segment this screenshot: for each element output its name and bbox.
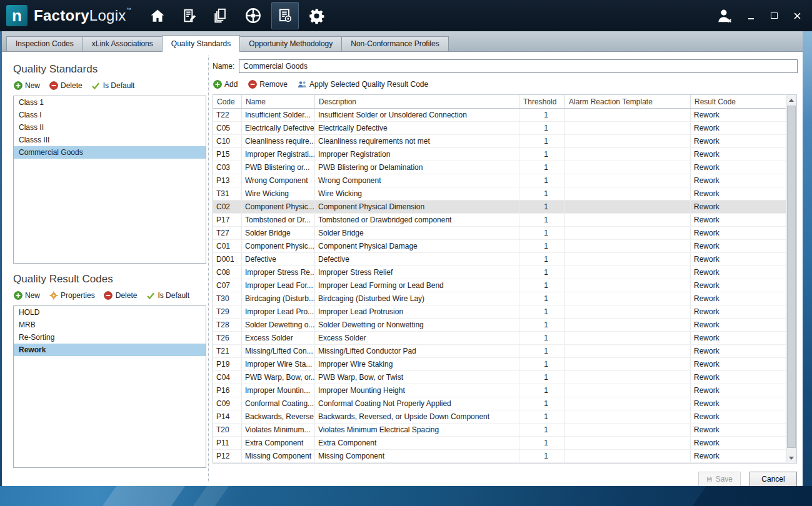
cell: Rework xyxy=(691,397,786,410)
table-row-c09[interactable]: C09Conformal Coating...Conformal Coating… xyxy=(213,397,796,410)
toolbar-button-properties[interactable]: Properties xyxy=(49,291,95,300)
scroll-down-button[interactable] xyxy=(786,453,796,463)
column-header-name[interactable]: Name xyxy=(242,95,315,108)
toolbar-label: Properties xyxy=(61,291,95,300)
delete-icon xyxy=(104,291,113,300)
table-row-p17[interactable]: P17Tombstoned or Dr...Tombstoned or Draw… xyxy=(213,214,796,227)
table-row-d001[interactable]: D001DefectiveDefective1Rework xyxy=(213,253,796,266)
table-row-c10[interactable]: C10Cleanliness require...Cleanliness req… xyxy=(213,135,796,148)
column-header-description[interactable]: Description xyxy=(315,95,519,108)
toolbar-button-new[interactable]: New xyxy=(13,291,40,300)
toolbar-button-new[interactable]: New xyxy=(13,81,40,91)
cell: Conformal Coating Not Properly Applied xyxy=(315,397,519,410)
list-item-commercial-goods[interactable]: Commercial Goods xyxy=(14,146,206,159)
app-title: FactoryLogix™ xyxy=(34,7,131,24)
close-button[interactable] xyxy=(788,7,806,24)
tab-quality-standards[interactable]: Quality Standards xyxy=(162,35,240,52)
cell xyxy=(565,319,691,331)
cell xyxy=(565,332,691,344)
nav-button-gear[interactable] xyxy=(303,2,331,29)
nav-button-wheel[interactable] xyxy=(239,2,267,29)
cell: 1 xyxy=(519,187,565,200)
table-row-p16[interactable]: P16Improper Mountin...Improper Mounting … xyxy=(213,384,796,397)
table-row-t21[interactable]: T21Missing/Lifted Con...Missing/Lifted C… xyxy=(213,345,796,358)
cell xyxy=(565,450,691,462)
toolbar-button-delete[interactable]: Delete xyxy=(49,81,83,91)
table-row-p15[interactable]: P15Improper Registrati...Improper Regist… xyxy=(213,148,796,161)
column-header-alarm-reaction-template[interactable]: Alarm Reaction Template xyxy=(565,95,691,108)
table-row-t20[interactable]: T20Violates Minimum...Violates Minimum E… xyxy=(213,424,796,437)
table-row-t29[interactable]: T29Improper Lead Pro...Improper Lead Pro… xyxy=(213,305,796,319)
table-row-p14[interactable]: P14Backwards, Reverse...Backwards, Rever… xyxy=(213,410,796,424)
cell: Insufficient Solder or Unsoldered Connec… xyxy=(315,109,519,121)
nav-button-document-edit[interactable] xyxy=(176,2,203,29)
table-row-c07[interactable]: C07Improper Lead For...Improper Lead For… xyxy=(213,279,796,292)
window-controls xyxy=(713,7,806,24)
cell: PWB Warp, Bow, or Twist xyxy=(315,371,519,384)
toolbar-button-apply-selected-quality-result-code[interactable]: Apply Selected Quality Result Code xyxy=(298,80,428,89)
maximize-button[interactable] xyxy=(765,7,783,24)
cell: 1 xyxy=(519,358,565,370)
table-row-c02[interactable]: C02Component Physic...Component Physical… xyxy=(213,201,796,214)
table-row-c05[interactable]: C05Electrically DefectiveElectrically De… xyxy=(213,122,796,135)
table-row-t22[interactable]: T22Insufficient Solder...Insufficient So… xyxy=(213,109,796,122)
table-row-p12[interactable]: P12Missing ComponentMissing Component1Re… xyxy=(213,450,796,463)
tab-non-conformance-profiles[interactable]: Non-Conformance Profiles xyxy=(341,36,448,51)
cell: Excess Solder xyxy=(242,332,315,344)
list-item-mrb[interactable]: MRB xyxy=(14,319,206,331)
tab-opportunity-methodology[interactable]: Opportunity Methodology xyxy=(239,36,342,51)
table-row-c04[interactable]: C04PWB Warp, Bow, or...PWB Warp, Bow, or… xyxy=(213,371,796,384)
list-item-re-sorting[interactable]: Re-Sorting xyxy=(14,331,206,344)
cell xyxy=(565,148,691,161)
minimize-button[interactable] xyxy=(742,7,759,24)
table-row-t26[interactable]: T26Excess SolderExcess Solder1Rework xyxy=(213,332,796,345)
column-header-result-code[interactable]: Result Code xyxy=(691,95,786,108)
cell xyxy=(565,109,691,121)
list-item-classs-iii[interactable]: Classs III xyxy=(14,134,206,146)
save-button[interactable]: Save xyxy=(698,472,741,487)
cell xyxy=(565,187,691,200)
scroll-up-button[interactable] xyxy=(786,95,796,105)
column-header-code[interactable]: Code xyxy=(213,95,242,108)
cell: C04 xyxy=(213,371,242,384)
toolbar-label: Apply Selected Quality Result Code xyxy=(309,80,428,89)
user-icon[interactable] xyxy=(713,7,736,24)
toolbar-button-is-default[interactable]: Is Default xyxy=(146,291,189,300)
toolbar-button-is-default[interactable]: Is Default xyxy=(91,81,135,91)
list-item-rework[interactable]: Rework xyxy=(14,344,206,356)
cell: Improper Lead Pro... xyxy=(242,305,315,318)
cell: Cleanliness require... xyxy=(242,135,315,147)
nav-button-documents-stack[interactable] xyxy=(208,2,235,29)
table-row-c03[interactable]: C03PWB Blistering or...PWB Blistering or… xyxy=(213,161,796,174)
table-row-t30[interactable]: T30Birdcaging (Disturb...Birdcaging (Dis… xyxy=(213,292,796,305)
list-item-class-ii[interactable]: Class II xyxy=(14,121,206,134)
table-row-t28[interactable]: T28Solder Dewetting o...Solder Dewetting… xyxy=(213,319,796,332)
table-row-c08[interactable]: C08Improper Stress Re...Improper Stress … xyxy=(213,266,796,279)
toolbar-button-add[interactable]: Add xyxy=(213,80,238,89)
vertical-scrollbar[interactable] xyxy=(786,95,796,463)
table-row-t27[interactable]: T27Solder BridgeSolder Bridge1Rework xyxy=(213,227,796,240)
table-row-c01[interactable]: C01Component Physic...Component Physical… xyxy=(213,240,796,253)
list-item-class-i[interactable]: Class I xyxy=(14,109,206,121)
list-item-class-1[interactable]: Class 1 xyxy=(14,96,206,109)
tab-xlink-associations[interactable]: xLink Associations xyxy=(83,36,163,51)
tab-inspection-codes[interactable]: Inspection Codes xyxy=(6,36,83,51)
standards-toolbar: NewDeleteIs Default xyxy=(13,79,206,92)
cell: C05 xyxy=(213,122,242,134)
table-row-p11[interactable]: P11Extra ComponentExtra Component1Rework xyxy=(213,437,796,450)
column-header-threshold[interactable]: Threshold xyxy=(519,95,565,108)
list-item-hold[interactable]: HOLD xyxy=(14,306,206,319)
table-row-p13[interactable]: P13Wrong ComponentWrong Component1Rework xyxy=(213,174,796,187)
toolbar-button-delete[interactable]: Delete xyxy=(104,291,138,300)
cell xyxy=(565,305,691,318)
cell: Rework xyxy=(691,148,786,161)
nav-button-document-gear[interactable] xyxy=(271,2,299,29)
cancel-button[interactable]: Cancel xyxy=(749,472,797,487)
table-row-t31[interactable]: T31Wire WickingWire Wicking1Rework xyxy=(213,187,796,201)
cell: 1 xyxy=(519,227,565,239)
name-input[interactable] xyxy=(239,59,798,73)
toolbar-button-remove[interactable]: Remove xyxy=(248,80,288,89)
scroll-thumb[interactable] xyxy=(787,106,796,448)
nav-button-home[interactable] xyxy=(144,2,171,29)
table-row-p19[interactable]: P19Improper Wire Sta...Improper Wire Sta… xyxy=(213,358,796,371)
